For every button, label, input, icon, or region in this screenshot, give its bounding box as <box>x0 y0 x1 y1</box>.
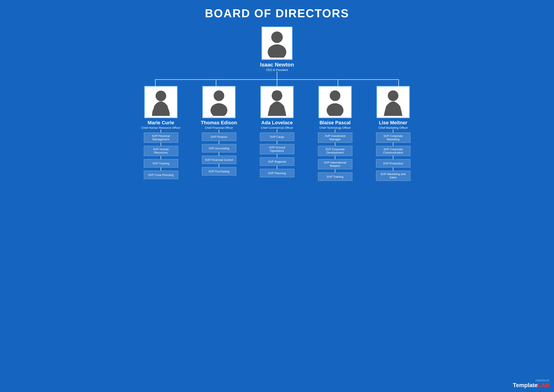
branch-line-3 <box>277 79 277 86</box>
created-by-text: CREATED BY <box>536 379 550 382</box>
branch-line-4 <box>338 79 338 86</box>
director-svp-line-0 <box>161 129 161 133</box>
director-svp-line-4 <box>393 129 393 133</box>
svp-box: SVP International Relation <box>318 159 352 169</box>
director-svp-line-2 <box>277 129 277 133</box>
director-card-1: Thomas Edison Chief Financial Officer <box>201 86 237 129</box>
branch-line-2 <box>216 79 216 86</box>
director-svps-1: SVP Finance SVP Accounting SVP Financial… <box>202 133 236 175</box>
svp-box: SVP Personal Management <box>144 133 178 143</box>
director-silhouette-1 <box>206 88 232 116</box>
director-svps-3: SVP Investment Manager SVP Corporate Dev… <box>318 133 352 181</box>
director-svp-line-1 <box>219 129 219 133</box>
page-title: BOARD OF DIRECTORS <box>4 7 550 20</box>
director-col-marie-curie: Marie Curie Chief Human Resource Officer… <box>139 86 183 181</box>
director-col-thomas-edison: Thomas Edison Chief Financial Officer SV… <box>197 86 241 181</box>
svp-box: SVP Finance <box>202 133 236 141</box>
director-title-0: Chief Human Resource Officer <box>141 126 181 129</box>
svp-box: SVP Human Resources <box>144 146 178 156</box>
svg-point-7 <box>327 103 344 116</box>
director-title-1: Chief Financial Officer <box>205 126 233 129</box>
svp-box: SVP Training <box>318 172 352 181</box>
director-photo-0 <box>144 86 177 118</box>
svg-point-0 <box>271 31 283 43</box>
director-col-blaise-pascal: Blaise Pascal Chief Technology Officer S… <box>313 86 357 181</box>
svp-box: SVP Purchasing <box>202 167 236 175</box>
director-svps-0: SVP Personal Management SVP Human Resour… <box>144 133 178 179</box>
director-photo-3 <box>318 86 352 118</box>
svp-box: SVP Production <box>376 159 410 168</box>
director-col-ada-lovelace: Ada Lovelace Chief Commercial Officer SV… <box>255 86 299 181</box>
h-line <box>155 79 399 80</box>
director-svp-line-3 <box>335 129 335 133</box>
director-svps-2: SVP Cargo SVP Ground Operations SVP Regi… <box>260 133 294 177</box>
branch-line-1 <box>155 79 155 86</box>
org-chart: Isaac Newton CEO & President <box>133 27 421 181</box>
svp-box: SVP Planning <box>260 169 294 177</box>
ceo-down-line <box>277 72 277 79</box>
svp-box: SVP Corporate Communication <box>376 146 410 156</box>
bottom-logo: CREATED BY TemplateLAB <box>513 379 550 389</box>
svg-point-2 <box>155 91 166 101</box>
branch-line-5 <box>399 79 399 86</box>
director-title-3: Chief Technology Officer <box>319 126 351 129</box>
horizontal-connector <box>145 79 409 86</box>
svp-box: SVP Marketing and Sales <box>376 171 410 181</box>
svp-box: SVP Crew Planning <box>144 171 178 179</box>
director-photo-4 <box>377 86 410 118</box>
director-svps-4: SVP Corporate Marketing SVP Corporate Co… <box>376 133 410 181</box>
director-card-3: Blaise Pascal Chief Technology Officer <box>318 86 352 129</box>
logo-lab: LAB <box>538 382 550 388</box>
svp-box: SVP Financial Control <box>202 155 236 164</box>
svg-point-8 <box>388 91 399 101</box>
director-silhouette-3 <box>322 88 348 116</box>
director-card-2: Ada Lovelace Chief Commercial Officer <box>260 86 294 129</box>
ceo-name: Isaac Newton <box>260 62 294 68</box>
directors-section: Marie Curie Chief Human Resource Officer… <box>133 72 421 181</box>
ceo-section: Isaac Newton CEO & President <box>133 27 421 72</box>
svg-point-3 <box>214 91 224 101</box>
svp-box: SVP Corporate Development <box>318 146 352 156</box>
svg-point-1 <box>268 44 286 58</box>
director-silhouette-0 <box>147 88 174 116</box>
svp-box: SVP Corporate Marketing <box>376 133 410 143</box>
ceo-photo <box>261 27 293 60</box>
svp-box: SVP Cargo <box>260 133 294 141</box>
directors-row: Marie Curie Chief Human Resource Officer… <box>133 86 421 181</box>
director-name-1: Thomas Edison <box>201 120 237 126</box>
svp-box: SVP Regional <box>260 157 294 166</box>
director-name-2: Ada Lovelace <box>261 120 293 126</box>
director-name-4: Lise Meitner <box>379 120 407 126</box>
director-silhouette-4 <box>380 88 407 116</box>
director-photo-2 <box>260 86 294 118</box>
director-name-0: Marie Curie <box>147 120 174 126</box>
svp-box: SVP Ground Operations <box>260 144 294 154</box>
logo-template: Template <box>513 382 538 388</box>
director-silhouette-2 <box>264 88 290 116</box>
svg-point-6 <box>330 91 340 101</box>
svp-box: SVP Investment Manager <box>318 133 352 143</box>
director-name-3: Blaise Pascal <box>320 120 351 126</box>
ceo-silhouette <box>265 29 289 58</box>
director-photo-1 <box>202 86 236 118</box>
director-title-4: Chief Marketing Officer <box>379 126 408 129</box>
director-card-0: Marie Curie Chief Human Resource Officer <box>141 86 181 129</box>
svp-box: SVP Training <box>144 159 178 168</box>
director-card-4: Lise Meitner Chief Marketing Officer <box>377 86 410 129</box>
svp-box: SVP Accounting <box>202 144 236 153</box>
director-col-lise-meitner: Lise Meitner Chief Marketing Officer SVP… <box>371 86 415 181</box>
branch-lines <box>145 79 409 86</box>
director-title-2: Chief Commercial Officer <box>261 126 293 129</box>
ceo-card: Isaac Newton CEO & President <box>260 27 294 72</box>
ceo-title: CEO & President <box>266 68 288 72</box>
logo-text: TemplateLAB <box>513 382 550 389</box>
svg-point-4 <box>210 103 227 116</box>
